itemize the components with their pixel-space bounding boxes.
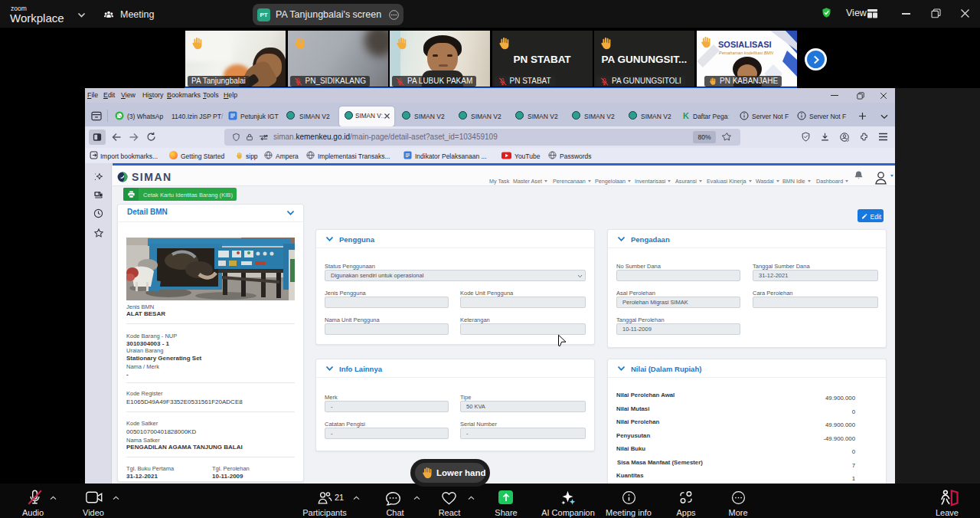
svg-text:SOSIALISASI: SOSIALISASI [718,40,772,49]
svg-text:Pemahaman kodefikasi BMN: Pemahaman kodefikasi BMN [719,51,773,55]
